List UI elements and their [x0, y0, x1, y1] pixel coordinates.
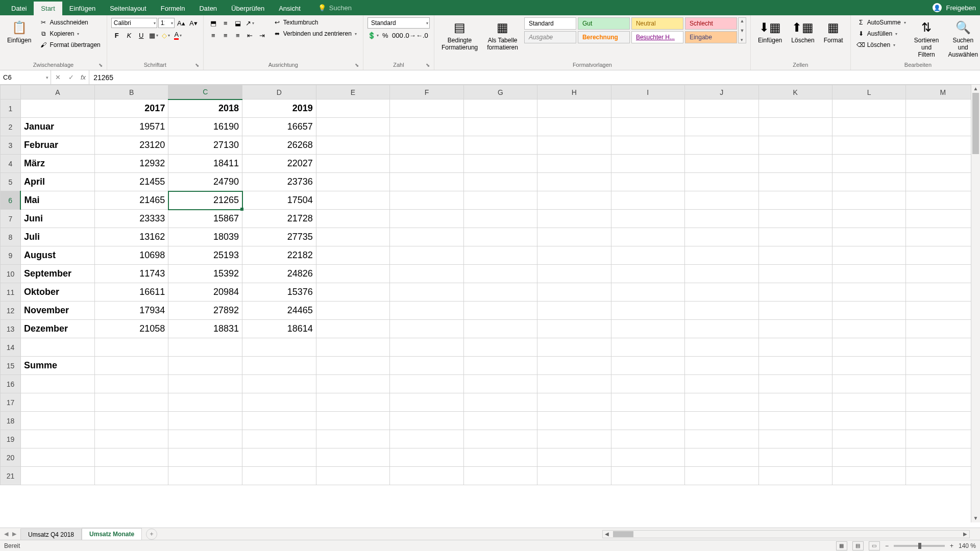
- cell-A10[interactable]: September: [20, 265, 94, 283]
- cell-A1[interactable]: [20, 99, 94, 118]
- cell-I21[interactable]: [611, 467, 684, 485]
- cell-C8[interactable]: 18039: [168, 228, 242, 246]
- cell-G5[interactable]: [463, 173, 537, 191]
- cell-E7[interactable]: [316, 210, 389, 228]
- cell-L7[interactable]: [832, 210, 905, 228]
- cell-M9[interactable]: [906, 246, 980, 265]
- increase-font-button[interactable]: A▴: [176, 17, 187, 29]
- formula-input[interactable]: 21265: [89, 70, 980, 84]
- delete-cells-button[interactable]: ⬆▦Löschen: [788, 17, 817, 46]
- cell-D19[interactable]: [242, 430, 316, 448]
- row-header-8[interactable]: 8: [1, 228, 21, 246]
- sheet-nav-last[interactable]: ▶: [12, 531, 16, 537]
- cell-K9[interactable]: [758, 246, 832, 265]
- horizontal-scrollbar[interactable]: ◀ ▶: [602, 530, 970, 538]
- user-avatar-icon[interactable]: 👤: [933, 3, 942, 12]
- font-name-select[interactable]: [111, 18, 157, 28]
- cell-A2[interactable]: Januar: [20, 118, 94, 136]
- format-painter-button[interactable]: 🖌Format übertragen: [37, 40, 102, 50]
- orientation-button[interactable]: ↗: [244, 17, 256, 29]
- decrease-indent-button[interactable]: ⇤: [244, 30, 256, 41]
- cell-D3[interactable]: 26268: [242, 136, 316, 155]
- share-button[interactable]: Freigeben: [946, 4, 976, 12]
- cell-M11[interactable]: [906, 283, 980, 302]
- col-header-J[interactable]: J: [685, 85, 758, 99]
- cell-M21[interactable]: [906, 467, 980, 485]
- cell-G13[interactable]: [463, 320, 537, 338]
- cell-L19[interactable]: [832, 430, 905, 448]
- vertical-scrollbar[interactable]: ▲ ▼: [971, 85, 980, 522]
- cell-M15[interactable]: [906, 357, 980, 375]
- row-header-1[interactable]: 1: [1, 99, 21, 118]
- col-header-B[interactable]: B: [94, 85, 168, 99]
- cell-D15[interactable]: [242, 357, 316, 375]
- conditional-formatting-button[interactable]: ▤ Bedingte Formatierung: [438, 17, 481, 53]
- cell-B21[interactable]: [94, 467, 168, 485]
- cell-E4[interactable]: [316, 155, 389, 173]
- tab-start[interactable]: Start: [34, 2, 62, 15]
- cell-A6[interactable]: Mai: [20, 191, 94, 210]
- cell-H19[interactable]: [537, 430, 611, 448]
- row-header-14[interactable]: 14: [1, 338, 21, 357]
- cell-E16[interactable]: [316, 375, 389, 393]
- cell-D2[interactable]: 16657: [242, 118, 316, 136]
- style-berechnung[interactable]: Berechnung: [578, 31, 630, 43]
- cell-J8[interactable]: [685, 228, 758, 246]
- cell-E18[interactable]: [316, 412, 389, 430]
- cell-D1[interactable]: 2019: [242, 99, 316, 118]
- tell-me-search[interactable]: 💡 Suchen: [318, 4, 352, 12]
- cell-D17[interactable]: [242, 393, 316, 412]
- cell-I19[interactable]: [611, 430, 684, 448]
- row-header-21[interactable]: 21: [1, 467, 21, 485]
- cell-D20[interactable]: [242, 448, 316, 467]
- cell-K13[interactable]: [758, 320, 832, 338]
- cell-H10[interactable]: [537, 265, 611, 283]
- cell-G2[interactable]: [463, 118, 537, 136]
- cell-M12[interactable]: [906, 302, 980, 320]
- cell-H14[interactable]: [537, 338, 611, 357]
- cell-B17[interactable]: [94, 393, 168, 412]
- cell-A5[interactable]: April: [20, 173, 94, 191]
- cell-D7[interactable]: 21728: [242, 210, 316, 228]
- tab-formulas[interactable]: Formeln: [154, 2, 192, 15]
- cell-M4[interactable]: [906, 155, 980, 173]
- row-header-17[interactable]: 17: [1, 393, 21, 412]
- cell-J12[interactable]: [685, 302, 758, 320]
- cell-I20[interactable]: [611, 448, 684, 467]
- cell-E5[interactable]: [316, 173, 389, 191]
- autosum-button[interactable]: ΣAutoSumme▾: [855, 17, 908, 28]
- cell-I17[interactable]: [611, 393, 684, 412]
- cell-H11[interactable]: [537, 283, 611, 302]
- cell-L16[interactable]: [832, 375, 905, 393]
- cell-I4[interactable]: [611, 155, 684, 173]
- cell-E13[interactable]: [316, 320, 389, 338]
- cell-C17[interactable]: [168, 393, 242, 412]
- cell-F16[interactable]: [390, 375, 463, 393]
- font-color-button[interactable]: A: [173, 30, 184, 41]
- cell-D21[interactable]: [242, 467, 316, 485]
- cell-K7[interactable]: [758, 210, 832, 228]
- cell-B2[interactable]: 19571: [94, 118, 168, 136]
- view-normal-button[interactable]: ▦: [836, 541, 847, 550]
- cell-I15[interactable]: [611, 357, 684, 375]
- cell-J16[interactable]: [685, 375, 758, 393]
- tab-data[interactable]: Daten: [192, 2, 224, 15]
- cell-I6[interactable]: [611, 191, 684, 210]
- cell-I13[interactable]: [611, 320, 684, 338]
- format-cells-button[interactable]: ▦Format: [821, 17, 846, 46]
- cell-M20[interactable]: [906, 448, 980, 467]
- cell-A13[interactable]: Dezember: [20, 320, 94, 338]
- cell-A20[interactable]: [20, 448, 94, 467]
- cell-E6[interactable]: [316, 191, 389, 210]
- col-header-A[interactable]: A: [20, 85, 94, 99]
- cell-K15[interactable]: [758, 357, 832, 375]
- cell-C2[interactable]: 16190: [168, 118, 242, 136]
- cell-K5[interactable]: [758, 173, 832, 191]
- alignment-launcher[interactable]: ⬊: [355, 62, 359, 68]
- cell-G6[interactable]: [463, 191, 537, 210]
- cell-F8[interactable]: [390, 228, 463, 246]
- cell-B12[interactable]: 17934: [94, 302, 168, 320]
- col-header-I[interactable]: I: [611, 85, 684, 99]
- style-besucht[interactable]: Besuchter H...: [631, 31, 683, 43]
- bold-button[interactable]: F: [111, 30, 122, 41]
